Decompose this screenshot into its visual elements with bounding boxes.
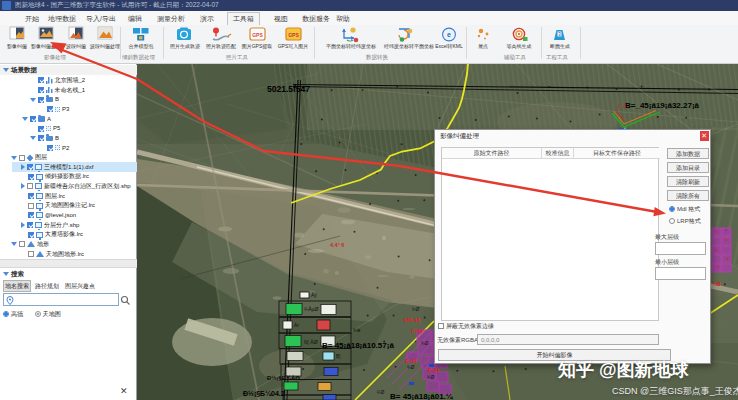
svg-text:5021.5f547: 5021.5f547 — [267, 84, 310, 94]
svg-text:135.48: 135.48 — [403, 317, 420, 323]
svg-text:Đ½¡§Б¼ÅƟ: Đ½¡§Б¼ÅƟ — [267, 375, 300, 381]
svg-text:¾Ø: ¾Ø — [407, 365, 415, 370]
svg-text:B= 45¡ā18¡ā10.57¡ā: B= 45¡ā18¡ā10.57¡ā — [322, 341, 394, 350]
svg-text:E-49: E-49 — [405, 358, 417, 364]
svg-text:Åý: Åý — [311, 292, 317, 298]
svg-text:Är: Är — [294, 322, 299, 328]
svg-text:¾Ø: ¾Ø — [421, 341, 429, 346]
svg-text:E-21: E-21 — [428, 367, 440, 373]
svg-text:e: e — [447, 31, 451, 38]
svg-text:GPS: GPS — [288, 31, 299, 37]
svg-text:GPS: GPS — [252, 31, 263, 37]
svg-text:¾Ø: ¾Ø — [427, 375, 435, 380]
svg-text:4.4° 6: 4.4° 6 — [330, 242, 344, 248]
svg-text:N¦ ÄØ: N¦ ÄØ — [304, 339, 318, 345]
svg-text:¾ø: ¾ø — [353, 327, 360, 333]
svg-text:¼Ø: ¼Ø — [377, 390, 385, 395]
svg-text:¾Ø: ¾Ø — [412, 307, 420, 312]
svg-text:Đ½¡§Б¼04.2: Đ½¡§Б¼04.2 — [243, 390, 285, 397]
svg-text:E-49: E-49 — [411, 328, 423, 334]
svg-text:B=_45¡ā19¡ā32.27¡ā: B=_45¡ā19¡ā32.27¡ā — [625, 101, 700, 110]
svg-text:B= 45¡ā18¡ā01.¼: B= 45¡ā18¡ā01.¼ — [390, 392, 454, 400]
svg-text:¾ÅµØ: ¾ÅµØ — [304, 306, 318, 312]
svg-text:B¦: B¦ — [336, 353, 341, 359]
svg-text:2° 6: 2° 6 — [618, 104, 627, 109]
svg-text:¾Ø: ¾Ø — [712, 281, 722, 287]
